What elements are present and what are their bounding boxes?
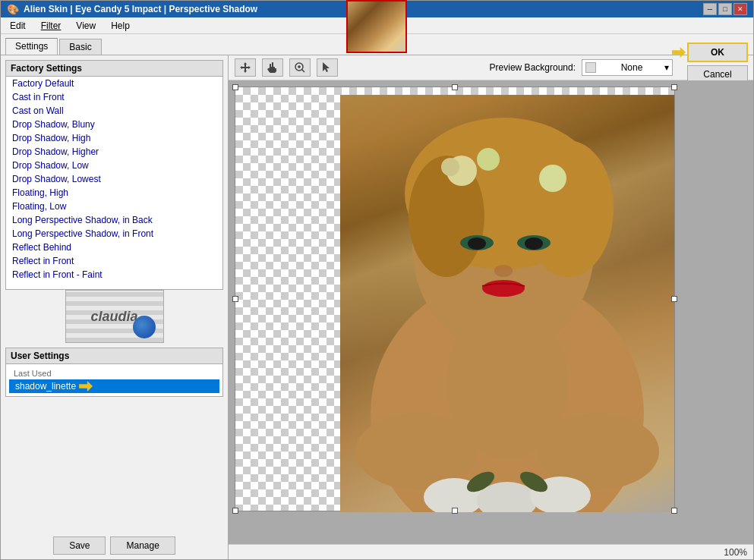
list-item-drop-shadow-high[interactable]: Drop Shadow, High <box>6 131 222 145</box>
list-item-long-perspective-front[interactable]: Long Perspective Shadow, in Front <box>6 227 222 241</box>
main-window: 🎨 Alien Skin | Eye Candy 5 Impact | Pers… <box>0 0 754 560</box>
handle-top-left[interactable] <box>232 84 238 90</box>
hand-icon <box>267 61 279 74</box>
menu-edit[interactable]: Edit <box>4 19 32 33</box>
save-button[interactable]: Save <box>53 536 106 555</box>
list-item-cast-on-wall[interactable]: Cast on Wall <box>6 104 222 118</box>
last-used-label: Last Used <box>9 367 219 379</box>
watermark-box: claudia <box>65 290 164 343</box>
pointer-icon <box>321 61 333 74</box>
thumbnail-image <box>348 2 405 52</box>
main-content: Factory Settings Factory Default Cast in… <box>1 55 753 559</box>
list-item-drop-shadow-bluny[interactable]: Drop Shadow, Bluny <box>6 118 222 131</box>
user-item-shadow-linette[interactable]: shadow_linette <box>9 379 219 393</box>
title-bar-controls: ─ □ ✕ <box>703 3 747 15</box>
ok-cancel-section: OK Cancel <box>687 42 748 83</box>
pointer-tool-button[interactable] <box>317 58 338 77</box>
watermark-globe-icon <box>133 316 156 338</box>
move-tool-button[interactable] <box>235 58 256 77</box>
zoom-tool-button[interactable] <box>289 58 311 77</box>
status-bar: 100% <box>229 544 753 559</box>
app-icon: 🎨 <box>7 4 19 15</box>
tab-settings[interactable]: Settings <box>5 38 58 55</box>
user-item-label: shadow_linette <box>15 381 76 392</box>
canvas-area <box>229 80 753 544</box>
portrait-svg <box>340 95 674 512</box>
list-item-drop-shadow-lowest[interactable]: Drop Shadow, Lowest <box>6 172 222 186</box>
handle-bottom-middle[interactable] <box>452 508 458 514</box>
ok-button[interactable]: OK <box>687 42 748 62</box>
preview-bg-none-icon <box>585 62 596 73</box>
menu-filter[interactable]: Filter <box>35 19 68 33</box>
preview-thumbnail <box>346 0 407 53</box>
user-settings-header: User Settings <box>6 348 222 364</box>
portrait-image <box>340 95 674 512</box>
tab-basic[interactable]: Basic <box>59 39 101 55</box>
manage-button[interactable]: Manage <box>110 536 175 555</box>
list-item-drop-shadow-low[interactable]: Drop Shadow, Low <box>6 159 222 172</box>
title-bar-left: 🎨 Alien Skin | Eye Candy 5 Impact | Pers… <box>7 4 257 15</box>
canvas-inner <box>235 87 675 511</box>
menu-view[interactable]: View <box>70 19 102 33</box>
list-item-floating-high[interactable]: Floating, High <box>6 186 222 200</box>
maximize-button[interactable]: □ <box>718 3 732 15</box>
watermark-section: claudia <box>5 290 223 343</box>
list-item-reflect-in-front-faint[interactable]: Reflect in Front - Faint <box>6 268 222 282</box>
handle-middle-left[interactable] <box>232 296 238 302</box>
menu-help[interactable]: Help <box>105 19 136 33</box>
svg-line-1 <box>302 70 305 73</box>
list-item-long-perspective-back[interactable]: Long Perspective Shadow, in Back <box>6 213 222 227</box>
arrow-right-icon <box>79 381 93 392</box>
list-item-drop-shadow-higher[interactable]: Drop Shadow, Higher <box>6 145 222 159</box>
factory-settings-section: Factory Settings Factory Default Cast in… <box>5 60 223 290</box>
handle-middle-right[interactable] <box>671 296 677 302</box>
factory-settings-header: Factory Settings <box>6 61 222 77</box>
list-item-cast-in-front[interactable]: Cast in Front <box>6 90 222 104</box>
preview-bg-select[interactable]: None ▾ <box>582 59 673 76</box>
handle-bottom-left[interactable] <box>232 508 238 514</box>
factory-settings-list: Factory Default Cast in Front Cast on Wa… <box>6 77 222 289</box>
watermark-text: claudia <box>90 309 137 325</box>
handle-bottom-right[interactable] <box>671 508 677 514</box>
preview-bg-label: Preview Background: <box>490 62 576 73</box>
list-item-reflect-behind[interactable]: Reflect Behind <box>6 241 222 254</box>
list-item-factory-default[interactable]: Factory Default <box>6 77 222 90</box>
bottom-buttons: Save Manage <box>1 532 228 559</box>
move-icon <box>239 61 251 74</box>
minimize-button[interactable]: ─ <box>703 3 717 15</box>
left-panel: Factory Settings Factory Default Cast in… <box>1 55 229 559</box>
zoom-icon <box>294 61 306 74</box>
list-item-floating-low[interactable]: Floating, Low <box>6 200 222 213</box>
list-item-reflect-in-front[interactable]: Reflect in Front <box>6 254 222 268</box>
preview-bg-value: None <box>621 62 643 73</box>
handle-top-middle[interactable] <box>452 84 458 90</box>
handle-top-right[interactable] <box>671 84 677 90</box>
chevron-down-icon: ▾ <box>664 62 669 73</box>
toolbar-row: Preview Background: None ▾ <box>229 55 753 80</box>
close-button[interactable]: ✕ <box>733 3 747 15</box>
user-settings-section: User Settings Last Used shadow_linette <box>5 348 223 397</box>
window-title: Alien Skin | Eye Candy 5 Impact | Perspe… <box>24 4 257 14</box>
svg-rect-28 <box>340 95 674 512</box>
hand-tool-button[interactable] <box>262 58 283 77</box>
user-settings-list: Last Used shadow_linette <box>6 364 222 396</box>
tabs-row: Settings Basic <box>1 34 753 55</box>
zoom-level: 100% <box>724 547 747 558</box>
right-panel: Preview Background: None ▾ <box>229 55 753 559</box>
